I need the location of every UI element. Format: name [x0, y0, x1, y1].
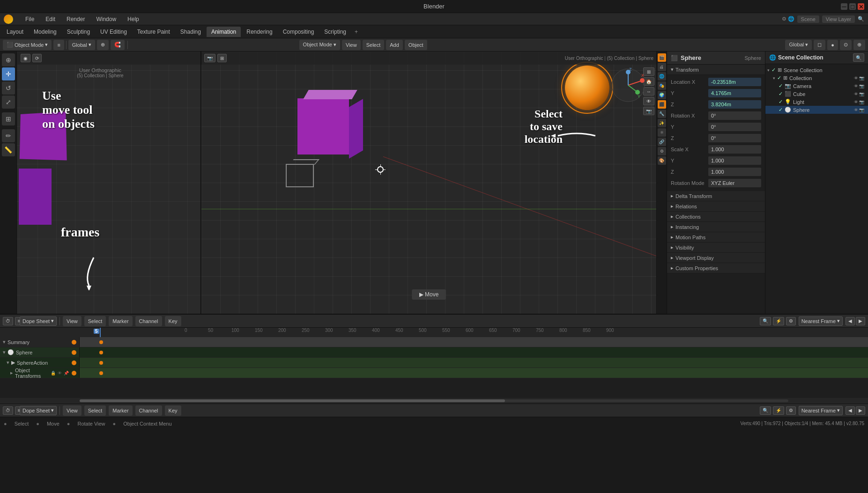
minimize-btn[interactable]: ─ — [841, 3, 847, 10]
3d-cursor[interactable] — [377, 166, 384, 173]
scale-y-value[interactable]: 1.000 — [708, 156, 761, 165]
light-vis[interactable]: 👁 — [854, 100, 858, 104]
relations-section[interactable]: ▸ Relations — [667, 201, 765, 212]
dope-sheet-mode-btn[interactable]: Dope Sheet ▾ — [20, 316, 57, 326]
center-3d-view[interactable]: 📷 ⊞ User Orthographic | (5) Collection |… — [201, 52, 656, 314]
world-props-icon[interactable]: 🌍 — [658, 91, 666, 99]
tab-modeling[interactable]: Modeling — [29, 27, 61, 37]
move-tool[interactable]: ✛ — [2, 67, 15, 81]
left-view-header-btn1[interactable]: ◉ — [21, 54, 30, 62]
layer-label[interactable]: View Layer — [822, 15, 855, 23]
overlay-btn[interactable]: ⊙ — [840, 40, 852, 50]
tl-bot-icon5[interactable]: ⚙ — [786, 406, 796, 415]
tree-camera[interactable]: ✓ 📷 Camera 👁 📷 — [765, 82, 868, 90]
cursor-tool[interactable]: ⊕ — [2, 53, 15, 66]
collections-section[interactable]: ▸ Collections — [667, 212, 765, 222]
snap-btn[interactable]: 🧲 — [111, 40, 125, 50]
viewport-view[interactable]: View — [342, 40, 361, 50]
tab-animation[interactable]: Animation — [207, 27, 241, 37]
scale-z-value[interactable]: 1.000 — [708, 168, 761, 176]
particles-props-icon[interactable]: ✨ — [658, 119, 666, 127]
tl-view-btn[interactable]: View — [63, 316, 82, 326]
constraints-props-icon[interactable]: 🔗 — [658, 138, 666, 146]
physics-props-icon[interactable]: ⚛ — [658, 128, 666, 137]
tree-collection[interactable]: ▾ ✓ ⊞ Collection 👁 📷 — [765, 74, 868, 82]
scene-label[interactable]: Scene — [797, 15, 819, 23]
sphere-object[interactable] — [565, 66, 609, 110]
xray-btn[interactable]: ◻ — [814, 40, 825, 50]
tl-bot-next[interactable]: ▶ — [856, 406, 865, 415]
left-3d-view[interactable]: ⊕ ✛ ↺ ⤢ ⊞ ✏ 📏 ◉ ⟳ User Orthographic (5) … — [0, 52, 201, 314]
location-y-value[interactable]: 4.1765m — [708, 89, 761, 97]
motion-paths-section[interactable]: ▸ Motion Paths — [667, 232, 765, 243]
search-icon[interactable]: 🔍 — [858, 16, 864, 22]
rotation-mode-value[interactable]: XYZ Euler — [708, 179, 761, 187]
tl-bot-select[interactable]: Select — [84, 405, 106, 416]
tab-shading[interactable]: Shading — [176, 27, 206, 37]
summary-track[interactable] — [80, 337, 868, 347]
transform-section-header[interactable]: ▾ Transform — [667, 65, 765, 75]
annotate-tool[interactable]: ✏ — [2, 129, 15, 142]
viewport-display-section[interactable]: ▸ Viewport Display — [667, 253, 765, 263]
tl-bot-marker[interactable]: Marker — [109, 405, 132, 416]
viewport-mode[interactable]: Object Mode ▾ — [299, 40, 340, 50]
mode-select[interactable]: ⬛ Object Mode ▾ — [3, 40, 52, 50]
nearest-frame-btn2[interactable]: Nearest Frame ▾ — [799, 406, 843, 415]
viewport-add[interactable]: Add — [386, 40, 403, 50]
move-operator-btn[interactable]: ▶ Move — [412, 289, 446, 300]
tree-cube[interactable]: ✓ ⬛ Cube 👁 📷 — [765, 90, 868, 98]
scene-props-icon[interactable]: 🎭 — [658, 81, 666, 90]
rotation-y-value[interactable]: 0° — [708, 123, 761, 131]
render-props-icon[interactable]: 🎬 — [658, 53, 666, 62]
tab-compositing[interactable]: Compositing — [278, 27, 319, 37]
transforms-lock[interactable]: 🔒 — [51, 371, 56, 375]
coll-vis[interactable]: 👁 — [854, 76, 858, 81]
transforms-pin[interactable]: 📌 — [64, 371, 69, 375]
timeline-icon-btn[interactable]: ⏱ — [3, 317, 13, 325]
scale-x-value[interactable]: 1.000 — [708, 145, 761, 154]
tl-channel-btn[interactable]: Channel — [135, 316, 162, 326]
tree-sphere[interactable]: ✓ ⚪ Sphere 👁 📷 — [765, 106, 868, 114]
light-render[interactable]: 📷 — [859, 100, 864, 104]
tl-icon1[interactable]: 🔍 — [760, 317, 771, 325]
visibility-section[interactable]: ▸ Visibility — [667, 243, 765, 253]
action-track-area[interactable] — [80, 358, 868, 368]
viewport-shade[interactable]: ● — [827, 40, 838, 50]
object-data-icon[interactable]: ⚙ — [658, 147, 666, 155]
left-view-header-btn2[interactable]: ⟳ — [32, 54, 42, 62]
add-tab-btn[interactable]: + — [352, 27, 361, 37]
location-x-value[interactable]: -0.23518m — [708, 78, 761, 86]
tl-bot-view[interactable]: View — [63, 405, 82, 416]
center-header-cam[interactable]: 📷 — [204, 54, 215, 62]
tab-uv-editing[interactable]: UV Editing — [96, 27, 132, 37]
custom-properties-section[interactable]: ▸ Custom Properties — [667, 263, 765, 273]
tab-layout[interactable]: Layout — [2, 27, 28, 37]
menu-file[interactable]: File — [22, 15, 37, 23]
tree-light[interactable]: ✓ 💡 Light 👁 📷 — [765, 98, 868, 106]
sphere-track-area[interactable] — [80, 347, 868, 357]
viewport-icon-5[interactable]: 📷 — [643, 107, 654, 115]
sphere-render[interactable]: 📷 — [859, 108, 864, 112]
global-select[interactable]: Global▾ — [68, 40, 95, 50]
scene-filter-btn[interactable]: 🔍 — [853, 53, 864, 62]
tl-icon5[interactable]: ▶ — [856, 317, 865, 325]
tl-bottom-icon1[interactable]: ⏱ — [3, 406, 13, 415]
cube-vis[interactable]: 👁 — [854, 92, 858, 96]
tl-bot-key[interactable]: Key — [165, 405, 181, 416]
transforms-vis[interactable]: 👁 — [58, 371, 62, 375]
tab-scripting[interactable]: Scripting — [319, 27, 351, 37]
coll-render[interactable]: 📷 — [859, 76, 864, 81]
maximize-btn[interactable]: □ — [849, 3, 856, 10]
nearest-frame-btn[interactable]: Nearest Frame ▾ — [799, 316, 843, 326]
modifier-props-icon[interactable]: 🔧 — [658, 110, 666, 118]
tl-bot-icon3[interactable]: 🔍 — [760, 406, 771, 415]
delta-transform-section[interactable]: ▸ Delta Transform — [667, 191, 765, 201]
cube-render[interactable]: 📷 — [859, 92, 864, 96]
close-btn[interactable]: ✕ — [858, 3, 864, 10]
rotation-z-value[interactable]: 0° — [708, 134, 761, 142]
tl-icon4[interactable]: ◀ — [846, 317, 855, 325]
menu-render[interactable]: Render — [64, 15, 88, 23]
cam-vis[interactable]: 👁 — [854, 84, 858, 88]
output-props-icon[interactable]: 🖨 — [658, 63, 666, 71]
measure-tool[interactable]: 📏 — [2, 143, 15, 156]
